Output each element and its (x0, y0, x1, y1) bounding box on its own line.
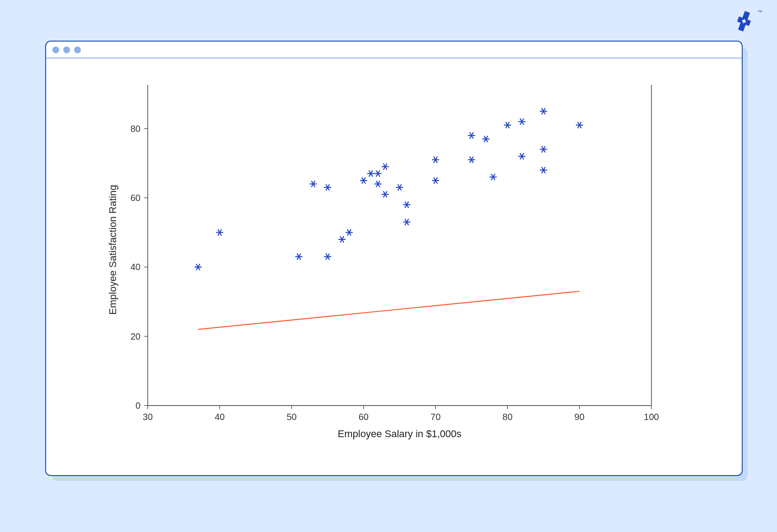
data-point (432, 177, 439, 184)
traffic-light-icon (52, 47, 59, 53)
x-tick-label: 50 (286, 412, 296, 422)
data-point (309, 181, 317, 187)
brand-logo-icon (733, 10, 755, 33)
data-point (403, 201, 410, 208)
data-point (576, 122, 583, 128)
data-point (540, 167, 547, 173)
x-tick-label: 90 (575, 412, 585, 422)
data-point (468, 157, 475, 163)
data-point (403, 219, 410, 225)
x-tick-label: 30 (143, 412, 153, 422)
data-point (432, 157, 439, 163)
data-point (468, 132, 475, 139)
data-point (504, 122, 511, 128)
data-point (216, 229, 223, 236)
trademark-symbol: ™ (758, 9, 763, 14)
page-root: ™ 30405060708090100020406080Employee Sal… (0, 0, 777, 532)
scatter-chart: 30405060708090100020406080Employee Salar… (46, 58, 742, 475)
trend-line (198, 291, 580, 329)
data-point (324, 253, 331, 260)
data-point (482, 136, 490, 142)
x-tick-label: 60 (359, 412, 369, 422)
svg-rect-2 (738, 22, 746, 32)
data-point (518, 153, 525, 159)
traffic-light-icon (63, 47, 70, 53)
data-point (374, 181, 382, 187)
chart-area: 30405060708090100020406080Employee Salar… (46, 58, 742, 475)
data-point (346, 229, 353, 236)
y-tick-label: 40 (131, 262, 140, 272)
y-tick-label: 0 (136, 401, 140, 411)
data-point (540, 146, 547, 153)
data-point (324, 184, 331, 191)
x-tick-label: 100 (644, 412, 659, 422)
data-point (295, 253, 303, 260)
window-card: 30405060708090100020406080Employee Salar… (45, 41, 743, 476)
data-point (518, 118, 525, 125)
window-titlebar (46, 42, 742, 58)
x-tick-label: 80 (502, 412, 512, 422)
data-point (360, 177, 367, 184)
x-axis-label: Employee Salary in $1,000s (338, 428, 462, 439)
x-tick-label: 40 (215, 412, 225, 422)
traffic-light-icon (74, 47, 81, 53)
data-point (367, 170, 374, 177)
data-point (195, 264, 202, 270)
data-point (396, 184, 403, 191)
data-point (490, 174, 497, 180)
data-point (374, 170, 382, 177)
y-tick-label: 20 (131, 331, 140, 341)
y-axis-label: Employee Satisfaction Rating (107, 185, 118, 314)
data-point (382, 191, 389, 197)
data-point (338, 236, 346, 243)
y-tick-label: 80 (131, 124, 140, 134)
y-tick-label: 60 (131, 193, 140, 203)
x-tick-label: 70 (431, 412, 440, 422)
data-point (540, 108, 547, 114)
data-point (382, 163, 389, 170)
